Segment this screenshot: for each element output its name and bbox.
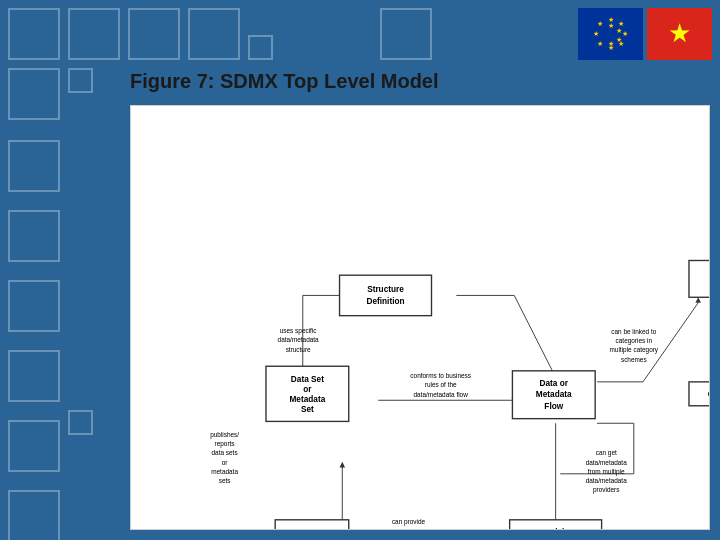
bg-square <box>8 8 60 60</box>
svg-rect-55 <box>275 520 349 529</box>
flags-container: ★ ★ ★ ★ ★ ★ ★ ★ ★ ★ ★ ★ ★ <box>578 8 712 60</box>
svg-text:data sets: data sets <box>212 449 238 456</box>
svg-text:★: ★ <box>597 40 603 47</box>
bg-square <box>8 210 60 262</box>
bg-square <box>8 140 60 192</box>
svg-text:data/metadata: data/metadata <box>586 477 627 484</box>
svg-text:★: ★ <box>616 36 622 43</box>
svg-text:★: ★ <box>597 20 603 27</box>
bg-square <box>8 350 60 402</box>
svg-text:data/metadata flow: data/metadata flow <box>414 391 469 398</box>
svg-text:★: ★ <box>668 18 691 48</box>
svg-text:Flow: Flow <box>544 402 563 411</box>
structure-def-label: Structure <box>367 285 404 294</box>
annotation-linked: can be linked to <box>611 328 656 335</box>
svg-rect-41 <box>340 275 432 315</box>
bg-square <box>380 8 432 60</box>
bg-square <box>68 68 93 93</box>
svg-text:Definition: Definition <box>366 297 404 306</box>
main-content: Figure 7: SDMX Top Level Model <box>130 70 710 530</box>
svg-text:★: ★ <box>608 40 614 47</box>
svg-text:★: ★ <box>593 30 599 37</box>
svg-text:Metadata: Metadata <box>289 395 325 404</box>
svg-text:or: or <box>303 385 312 394</box>
figure-title: Figure 7: SDMX Top Level Model <box>130 70 710 93</box>
bg-square <box>8 280 60 332</box>
svg-rect-50 <box>689 260 709 297</box>
diagram-svg: Structure Definition Data Set or Metadat… <box>131 106 709 529</box>
eu-flag: ★ ★ ★ ★ ★ ★ ★ ★ ★ ★ ★ ★ <box>578 8 643 60</box>
svg-text:categories in: categories in <box>616 337 653 345</box>
svg-text:from multiple: from multiple <box>588 468 625 476</box>
svg-text:or: or <box>222 459 229 466</box>
annotation-can-get: can get <box>596 449 617 457</box>
svg-text:Set: Set <box>301 405 314 414</box>
diagram-container: Structure Definition Data Set or Metadat… <box>130 105 710 530</box>
svg-text:★: ★ <box>622 30 628 37</box>
svg-text:data/metadata: data/metadata <box>278 336 319 343</box>
dataflow-label: Data or <box>540 379 569 388</box>
bg-square <box>68 8 120 60</box>
svg-marker-31 <box>340 462 346 468</box>
category-label: Category <box>708 391 709 400</box>
annotation-conforms: conforms to business <box>410 372 471 379</box>
bg-square <box>248 35 273 60</box>
svg-text:sets: sets <box>219 477 231 484</box>
bg-square <box>8 420 60 472</box>
annotation-can-provide: can provide <box>392 518 426 526</box>
svg-text:reports: reports <box>215 440 235 448</box>
provision-label: Provision <box>537 528 575 529</box>
svg-text:schemes: schemes <box>621 356 647 363</box>
bg-square <box>8 68 60 120</box>
svg-text:structure: structure <box>286 346 311 353</box>
svg-text:★: ★ <box>616 27 622 34</box>
bg-square <box>68 410 93 435</box>
svg-text:data/metadata: data/metadata <box>586 459 627 466</box>
bg-square <box>188 8 240 60</box>
svg-text:Metadata: Metadata <box>536 391 572 400</box>
bg-square <box>8 490 60 540</box>
svg-text:multiple category: multiple category <box>610 346 659 354</box>
svg-text:data/metadata for: data/metadata for <box>383 528 434 529</box>
svg-text:★: ★ <box>618 20 624 27</box>
svg-text:★: ★ <box>608 22 614 29</box>
svg-text:rules of the: rules of the <box>425 381 457 388</box>
dataset-label: Data Set <box>291 375 324 384</box>
svg-text:providers: providers <box>593 486 619 494</box>
annotation-publishes: publishes/ <box>210 431 239 439</box>
bg-square <box>128 8 180 60</box>
svg-marker-25 <box>695 297 701 303</box>
svg-rect-52 <box>689 382 709 406</box>
svg-line-19 <box>514 295 555 377</box>
annotation-uses: uses specific <box>280 327 318 335</box>
vn-flag: ★ <box>647 8 712 60</box>
svg-text:metadata: metadata <box>211 468 238 475</box>
